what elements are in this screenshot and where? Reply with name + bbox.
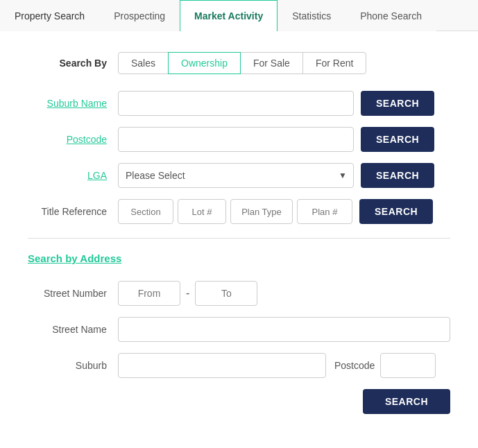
search-by-ownership[interactable]: Ownership [168, 52, 241, 74]
suburb-addr-input[interactable] [118, 353, 326, 378]
title-reference-row: Title Reference SEARCH [28, 199, 450, 224]
street-number-label: Street Number [28, 288, 118, 299]
lga-select-wrapper: Please Select ▼ [118, 163, 354, 188]
range-dash: - [186, 287, 189, 300]
search-by-for-rent[interactable]: For Rent [302, 52, 366, 74]
title-reference-inputs [118, 199, 352, 224]
suburb-name-row: Suburb Name SEARCH [28, 91, 450, 116]
suburb-name-input[interactable] [118, 91, 354, 116]
search-by-for-sale[interactable]: For Sale [240, 52, 303, 74]
street-name-row: Street Name [28, 317, 450, 342]
search-by-options: Sales Ownership For Sale For Rent [118, 52, 366, 74]
tab-prospecting[interactable]: Prospecting [99, 0, 180, 31]
tab-bar: Property Search Prospecting Market Activ… [0, 0, 478, 31]
suburb-label: Suburb [28, 360, 118, 371]
tab-phone-search[interactable]: Phone Search [345, 0, 436, 31]
tab-market-activity[interactable]: Market Activity [180, 0, 278, 31]
section-input[interactable] [118, 199, 173, 224]
section-divider [28, 238, 450, 239]
suburb-name-label[interactable]: Suburb Name [28, 98, 118, 109]
postcode-addr-input[interactable] [380, 353, 436, 378]
lga-label[interactable]: LGA [28, 170, 118, 181]
title-reference-label: Title Reference [28, 206, 118, 217]
postcode-search-button[interactable]: SEARCH [361, 127, 434, 152]
plan-input[interactable] [297, 199, 352, 224]
suburb-postcode-row: Suburb Postcode [28, 353, 450, 378]
plan-type-input[interactable] [230, 199, 293, 224]
street-name-label: Street Name [28, 324, 118, 335]
street-number-to-input[interactable] [195, 281, 257, 306]
search-by-row: Search By Sales Ownership For Sale For R… [28, 52, 450, 74]
street-number-group: - [118, 281, 257, 306]
lga-select[interactable]: Please Select [118, 163, 354, 188]
search-by-label: Search By [28, 58, 118, 69]
address-search-button[interactable]: SEARCH [363, 389, 450, 414]
suburb-name-search-button[interactable]: SEARCH [361, 91, 434, 116]
street-number-row: Street Number - [28, 281, 450, 306]
lga-row: LGA Please Select ▼ SEARCH [28, 163, 450, 188]
postcode-label[interactable]: Postcode [28, 134, 118, 145]
main-content: Search By Sales Ownership For Sale For R… [0, 31, 478, 435]
postcode-addr-label: Postcode [334, 360, 375, 371]
title-reference-search-button[interactable]: SEARCH [359, 199, 433, 224]
tab-property-search[interactable]: Property Search [0, 0, 99, 31]
street-number-from-input[interactable] [118, 281, 180, 306]
postcode-input[interactable] [118, 127, 354, 152]
address-section-title: Search by Address [28, 252, 450, 264]
postcode-row: Postcode SEARCH [28, 127, 450, 152]
tab-statistics[interactable]: Statistics [278, 0, 345, 31]
bottom-search-row: SEARCH [28, 389, 450, 414]
street-name-input[interactable] [118, 317, 450, 342]
search-by-sales[interactable]: Sales [118, 52, 169, 74]
lot-input[interactable] [178, 199, 226, 224]
lga-search-button[interactable]: SEARCH [361, 163, 434, 188]
